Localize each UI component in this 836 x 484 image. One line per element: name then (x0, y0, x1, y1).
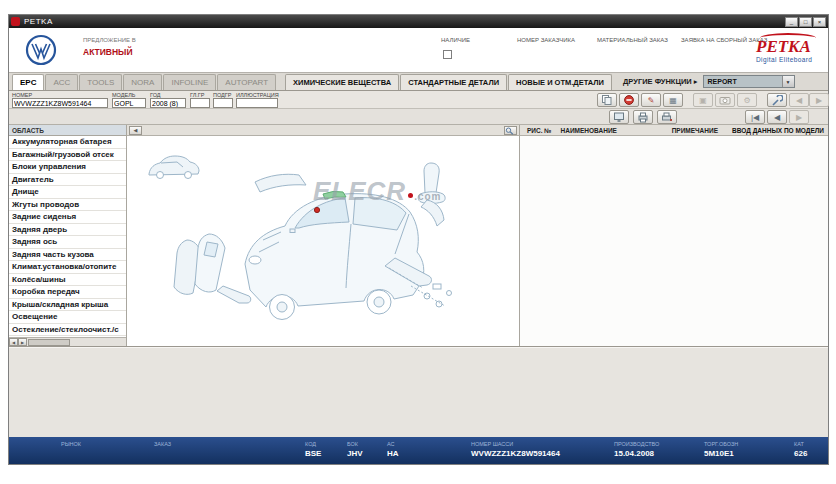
title-bar[interactable]: PETKA _ □ × (9, 15, 828, 28)
year-input[interactable] (150, 98, 186, 108)
sidebar-item-climate[interactable]: Климат.установка/отопите (9, 261, 126, 274)
illustration-panel: ◀ (127, 125, 520, 346)
offer-label: ПРЕДЛОЖЕНИЕ В (83, 37, 136, 43)
stop-button[interactable] (619, 93, 639, 107)
first-page-button[interactable]: |◀ (745, 110, 765, 124)
status-gearbox-label: БОК (347, 441, 363, 447)
detail-area (9, 346, 828, 439)
tab-acc[interactable]: ACC (45, 74, 78, 90)
sidebar-item-glazing[interactable]: Остекление/стеклоочист./с (9, 324, 126, 337)
tab-nora[interactable]: NORA (123, 74, 162, 90)
area-list: Аккумуляторная батарея Багажный/грузовой… (9, 136, 126, 337)
wrench-icon (771, 95, 783, 106)
car-drawing (127, 136, 520, 346)
pencil-icon: ✎ (648, 96, 655, 105)
search-fields-row: НОМЕР МОДЕЛЬ ГОД ГЛ.ГР ПОДГР ИЛЛЮСТРАЦИЯ (9, 91, 828, 109)
print-button[interactable] (633, 110, 653, 124)
sidebar-item-lighting[interactable]: Освещение (9, 311, 126, 324)
app-icon (11, 17, 20, 26)
main-group-input[interactable] (190, 98, 210, 108)
exploded-view-illustration[interactable]: ELECR.com (127, 136, 519, 346)
scroll-left-icon[interactable]: ◀ (9, 338, 18, 346)
tab-epc[interactable]: EPC (12, 74, 44, 90)
model-input[interactable] (112, 98, 146, 108)
status-chassis-label: НОМЕР ШАССИ (471, 441, 560, 447)
illustration-toolbar: ◀ (127, 125, 519, 136)
scroll-right-icon[interactable]: ▶ (18, 338, 27, 346)
camera-icon (719, 95, 731, 105)
sidebar-item-rear-axle[interactable]: Задняя ось (9, 236, 126, 249)
other-functions-menu[interactable]: ДРУГИЕ ФУНКЦИИ ▸ (623, 77, 698, 86)
edit-button[interactable]: ✎ (641, 93, 661, 107)
tab-standard-parts[interactable]: СТАНДАРТНЫЕ ДЕТАЛИ (400, 74, 507, 90)
sidebar-item-rear-door[interactable]: Задняя дверь (9, 224, 126, 237)
app-window: PETKA _ □ × ПРЕДЛОЖЕНИЕ В АКТИВНЫЙ НАЛИЧ… (8, 14, 829, 465)
sidebar-item-roof[interactable]: Крыша/складная крыша (9, 299, 126, 312)
availability-label: НАЛИЧИЕ (441, 37, 470, 43)
sidebar-item-rear-body[interactable]: Задняя часть кузова (9, 249, 126, 262)
back-icon[interactable]: ◀ (129, 126, 142, 135)
status-ac-label: АС (387, 441, 399, 447)
status-chassis-value: WVWZZZ1KZ8W591464 (471, 449, 560, 458)
parts-list-panel: РИС. № НАИМЕНОВАНИЕ ПРИМЕЧАНИЕ ВВОД ДАНН… (520, 125, 828, 346)
print-preview-button[interactable] (609, 110, 629, 124)
sidebar-item-wheels-tyres[interactable]: Колёса/шины (9, 274, 126, 287)
column-figure-number: РИС. № (527, 127, 552, 134)
content-area: ОБЛАСТЬ Аккумуляторная батарея Багажный/… (9, 125, 828, 346)
sidebar-item-luggage[interactable]: Багажный/грузовой отсек (9, 149, 126, 162)
availability-checkbox[interactable] (443, 50, 452, 59)
history-forward-button[interactable]: ▶ (809, 93, 829, 107)
subgroup-input[interactable] (213, 98, 233, 108)
camera-button[interactable] (715, 93, 735, 107)
sidebar-item-gearbox[interactable]: Коробка передач (9, 286, 126, 299)
tab-infoline[interactable]: INFOLINE (163, 74, 216, 90)
sidebar-item-underbody[interactable]: Днище (9, 186, 126, 199)
column-note: ПРИМЕЧАНИЕ (672, 127, 718, 134)
sidebar-item-control-units[interactable]: Блоки управления (9, 161, 126, 174)
sidebar-item-engine[interactable]: Двигатель (9, 174, 126, 187)
gear-icon: ⚙ (743, 96, 750, 105)
minimize-button[interactable]: _ (785, 17, 798, 27)
status-catalog-label: КАТ (794, 441, 807, 447)
sidebar-item-battery[interactable]: Аккумуляторная батарея (9, 136, 126, 149)
next-page-button[interactable]: ▶ (789, 110, 809, 124)
number-input[interactable] (12, 98, 108, 108)
illustration-field-label: ИЛЛЮСТРАЦИЯ (236, 92, 278, 98)
model-data-entry-button[interactable]: ВВОД ДАННЫХ ПО МОДЕЛИ (732, 127, 824, 134)
window-icon: ▣ (699, 96, 707, 105)
scrollbar-thumb[interactable] (28, 339, 70, 346)
maximize-button[interactable]: □ (799, 17, 812, 27)
tab-chemicals[interactable]: ХИМИЧЕСКИЕ ВЕЩЕСТВА (285, 74, 399, 90)
tab-bar: EPC ACC TOOLS NORA INFOLINE AUTOPART ХИМ… (9, 73, 828, 91)
zoom-icon[interactable] (504, 126, 517, 135)
printer-settings-icon (661, 112, 673, 123)
chevron-down-icon[interactable]: ▼ (782, 76, 794, 87)
tools-button[interactable] (767, 93, 787, 107)
close-button[interactable]: × (813, 17, 826, 27)
parts-table-button[interactable]: ▦ (663, 93, 683, 107)
history-back-button[interactable]: ◀ (789, 93, 809, 107)
status-catalog-value: 626 (794, 449, 807, 458)
customer-order-label: НОМЕР ЗАКАЗЧИКА (517, 37, 575, 43)
status-engine-code-label: КОД (305, 441, 321, 447)
window-view-button[interactable]: ▣ (693, 93, 713, 107)
status-sales-designation-value: 5M10E1 (704, 449, 738, 458)
documents-button[interactable] (597, 93, 617, 107)
monitor-icon (613, 112, 625, 123)
sidebar-horizontal-scrollbar[interactable]: ◀ ▶ (9, 337, 126, 346)
report-dropdown[interactable]: REPORT ▼ (703, 75, 795, 88)
sidebar-item-rear-seats[interactable]: Задние сиденья (9, 211, 126, 224)
tab-autopart[interactable]: AUTOPART (217, 74, 276, 90)
brand-name: PETKA (756, 38, 816, 56)
sidebar-item-wiring[interactable]: Жгуты проводов (9, 199, 126, 212)
status-engine-code-value: BSE (305, 449, 321, 458)
petka-brand-logo: PETKA Digital Eliteboard (756, 33, 816, 63)
previous-page-button[interactable]: ◀ (767, 110, 787, 124)
illustration-input[interactable] (236, 98, 278, 108)
first-page-icon: |◀ (751, 113, 759, 122)
settings-button[interactable]: ⚙ (737, 93, 757, 107)
report-selected-value: REPORT (704, 76, 782, 87)
tab-tools[interactable]: TOOLS (79, 74, 122, 90)
tab-new-discontinued-parts[interactable]: НОВЫЕ И ОТМ.ДЕТАЛИ (508, 74, 612, 90)
print-settings-button[interactable] (657, 110, 677, 124)
